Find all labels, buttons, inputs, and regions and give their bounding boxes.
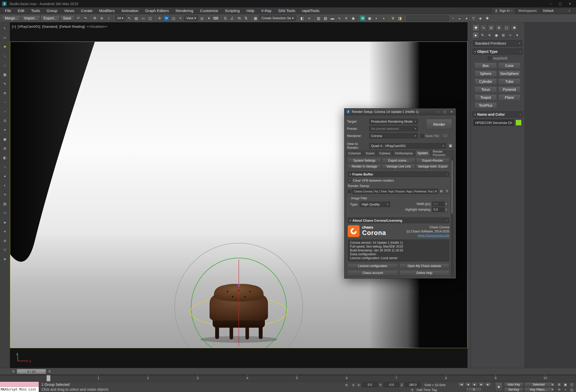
primitive-button[interactable]: Torus — [474, 86, 497, 93]
use-center-flyout-icon[interactable]: ◎ — [199, 15, 205, 21]
key-filters-button[interactable]: Key Filters... — [524, 387, 553, 392]
named-selection-set-field[interactable] — [406, 15, 449, 21]
primitive-button[interactable]: Cylinder — [474, 78, 497, 85]
listener-line[interactable]: MAXScript Mini List — [0, 387, 39, 392]
utilities-tab-icon[interactable]: ✱ — [511, 24, 518, 31]
auto-key-button[interactable]: Auto Key — [504, 382, 523, 387]
select-and-rotate-icon[interactable]: ⟳ — [163, 15, 170, 21]
plugin-tool-icon[interactable]: ◒ — [456, 15, 463, 21]
render-stamp-reset-button[interactable]: R — [439, 189, 444, 194]
left-toolbar-icon[interactable]: ∿ — [2, 164, 8, 170]
maximize-button[interactable]: ▢ — [559, 2, 562, 6]
close-button[interactable]: ✕ — [569, 2, 571, 6]
align-icon[interactable]: ≡ — [306, 15, 312, 21]
create-tab-icon[interactable]: ✚ — [472, 24, 479, 31]
plugin-tool-icon[interactable]: ◕ — [463, 15, 470, 21]
menu-item[interactable]: Group — [43, 7, 61, 14]
bind-to-space-warp-icon[interactable]: ≀ — [106, 15, 112, 21]
plugin-tool-icon[interactable]: ◔ — [450, 15, 456, 21]
selection-lock-toggle-icon[interactable]: ⊙ — [351, 383, 356, 387]
highlight-clamping-field[interactable]: 0.0 — [432, 207, 444, 212]
hierarchy-tab-icon[interactable]: ⊟ — [488, 24, 495, 31]
left-toolbar-icon[interactable]: ✎ — [2, 81, 8, 87]
select-and-place-icon[interactable]: ⌖ — [177, 15, 183, 21]
select-and-move-icon[interactable]: ✛ — [156, 15, 163, 21]
dialog-maximize-button[interactable]: ▢ — [443, 110, 446, 114]
zoom-icon[interactable]: ⊕ — [550, 382, 556, 387]
system-button[interactable]: Render in Vantage — [348, 164, 381, 169]
menu-item[interactable]: Customize — [197, 7, 222, 14]
maximize-viewport-icon[interactable]: ◱ — [569, 387, 575, 392]
left-toolbar-icon[interactable]: ↖ — [2, 25, 8, 31]
unlink-selection-icon[interactable]: ⊘ — [99, 15, 105, 21]
dialog-tab[interactable]: Performance — [393, 151, 415, 156]
dialog-tab[interactable]: System — [415, 150, 430, 156]
previous-frame-button[interactable]: ◀ — [465, 382, 471, 387]
macro-recorder-line[interactable] — [0, 382, 39, 387]
about-corona-rollout[interactable]: ▾ About Chaos Corona/Licensing ▪ — [348, 218, 449, 223]
left-toolbar-icon[interactable]: ✦ — [2, 127, 8, 133]
viewport-shading-menu[interactable]: [Default Shading] — [59, 25, 85, 28]
dialog-tab[interactable]: Camera — [377, 151, 393, 156]
spinner-snap-icon[interactable]: ⇅ — [243, 15, 249, 21]
menu-item[interactable]: Rendering — [172, 7, 197, 14]
menu-item[interactable]: V-Ray — [258, 7, 275, 14]
schematic-view-icon[interactable]: # — [343, 15, 349, 21]
viewport-general-menu[interactable]: [+] — [12, 25, 16, 28]
name-color-rollout[interactable]: ▾ Name and Color ▪ — [472, 111, 523, 117]
key-mode-dropdown[interactable]: Selected — [524, 382, 553, 387]
redo-icon[interactable]: ↷ — [82, 15, 88, 21]
primitive-button[interactable]: Sphere — [474, 70, 497, 77]
dialog-tab[interactable]: Common — [346, 151, 363, 156]
left-toolbar-icon[interactable]: ○ — [2, 53, 8, 59]
render-stamp-field[interactable]: Chaos Corona | %c | Time: %pt | Passes: … — [352, 189, 438, 194]
primitive-button[interactable]: GeoSphere — [498, 70, 521, 77]
object-color-swatch[interactable] — [515, 120, 522, 126]
percent-snap-icon[interactable]: % — [236, 15, 242, 21]
next-frame-button[interactable]: ▶ — [478, 382, 484, 387]
select-object-icon[interactable]: ↖ — [126, 15, 132, 21]
left-toolbar-icon[interactable]: ◔ — [2, 99, 8, 105]
menu-item[interactable]: Views — [61, 7, 78, 14]
system-button[interactable]: System Settings — [348, 158, 381, 163]
space-warps-category-icon[interactable]: ≈ — [507, 32, 513, 38]
spinner-arrows-icon[interactable]: ▲▼ — [445, 208, 447, 211]
helpers-category-icon[interactable]: ⊞ — [500, 32, 507, 38]
menu-item[interactable]: Graph Editors — [142, 7, 172, 14]
left-toolbar-icon[interactable]: ▭ — [2, 35, 8, 41]
zoom-region-icon[interactable]: ◰ — [569, 382, 575, 387]
select-and-scale-icon[interactable]: ◲ — [170, 15, 176, 21]
save-file-checkbox[interactable] — [420, 134, 424, 138]
edit-named-selection-sets-icon[interactable]: ▦ — [252, 15, 259, 21]
primitive-button[interactable]: Teapot — [474, 94, 497, 101]
renderer-dropdown[interactable]: Corona▾ — [369, 133, 418, 139]
walkthrough-icon[interactable]: ≈ — [562, 387, 569, 392]
set-keys-button[interactable]: ✚ — [495, 382, 502, 392]
curve-editor-icon[interactable]: ∿ — [336, 15, 342, 21]
left-toolbar-icon[interactable]: ⊕ — [2, 90, 8, 96]
render-production-icon[interactable]: ◐ — [373, 15, 380, 21]
menu-item[interactable]: Create — [78, 7, 96, 14]
display-tab-icon[interactable]: ◻ — [503, 24, 510, 31]
geometry-category-icon[interactable]: ● — [472, 32, 479, 38]
save-file-browse-button[interactable]: ... — [442, 134, 448, 138]
undo-icon[interactable]: ↶ — [75, 15, 82, 21]
track-bar[interactable]: 012345678910 — [0, 375, 576, 381]
current-frame-field[interactable]: 0 — [466, 387, 482, 392]
object-name-field[interactable]: HPDECOR Decorista Ch — [473, 120, 514, 126]
motion-tab-icon[interactable]: ⊚ — [495, 24, 502, 31]
cameras-category-icon[interactable]: ◉ — [493, 32, 500, 38]
rendered-frame-window-icon[interactable]: ▣ — [366, 15, 373, 21]
sign-in-button[interactable]: Sign In ▾ — [492, 8, 515, 13]
system-button[interactable]: Export scene... — [382, 158, 415, 163]
dialog-tab[interactable]: Render Elements — [430, 151, 454, 156]
corona-website-link[interactable]: www.chaoscorona.com — [418, 234, 449, 237]
lights-category-icon[interactable]: ☀ — [486, 32, 493, 38]
zoom-extents-icon[interactable]: ▣ — [562, 382, 569, 387]
zoom-all-icon[interactable]: ⊞ — [556, 382, 562, 387]
toggle-ribbon-icon[interactable]: ▬ — [329, 15, 335, 21]
primitive-button[interactable]: TextPlus — [474, 102, 497, 109]
primitive-category-dropdown[interactable]: Standard Primitives ▾ — [473, 40, 522, 46]
add-time-tag-label[interactable]: Add Time Tag — [416, 388, 437, 392]
rectangular-selection-region-icon[interactable]: ▭ — [140, 15, 146, 21]
